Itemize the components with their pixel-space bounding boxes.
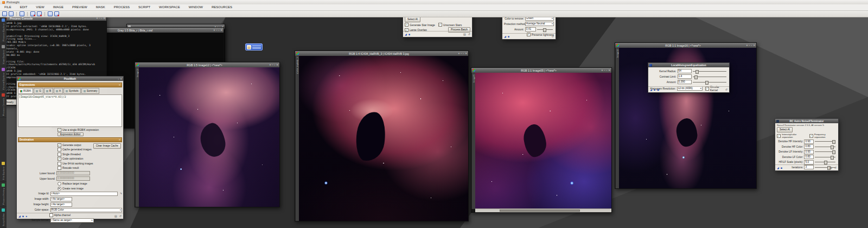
minimize-icon[interactable]: ‒: [749, 43, 750, 48]
image-canvas[interactable]: [139, 67, 279, 207]
reset-icon[interactable]: ↺: [468, 33, 470, 36]
denoise-lf-color-slider[interactable]: [815, 156, 835, 159]
new-instance-icon[interactable]: ◢: [504, 35, 506, 38]
clear-image-cache-button[interactable]: Clear Image Cache: [93, 143, 121, 149]
menu-item-workspace[interactable]: WORKSPACE: [155, 4, 184, 10]
slider-thumb[interactable]: [695, 70, 699, 74]
single-expression-option[interactable]: Use a single RGB/K expression: [58, 128, 122, 132]
expression-editor-input[interactable]: (Image16+Image05_stars*0.03)/2: [18, 94, 122, 127]
menu-item-window[interactable]: WINDOW: [184, 4, 207, 10]
checkbox-icon[interactable]: [58, 157, 61, 161]
iconized-image-chip[interactable]: [245, 43, 263, 50]
apply-global-icon[interactable]: ●: [25, 214, 27, 218]
code-optimization-option[interactable]: Code optimization: [58, 157, 122, 161]
checkbox-icon[interactable]: [809, 134, 813, 138]
slider-thumb[interactable]: [832, 150, 835, 154]
create-new-image-option[interactable]: Create new image: [58, 187, 122, 191]
slider-thumb[interactable]: [543, 28, 546, 32]
tab-summary[interactable]: Summary: [81, 88, 100, 94]
maximize-icon[interactable]: ▫: [219, 28, 220, 33]
protection-method-select[interactable]: Average Neutral: [525, 22, 554, 26]
menu-item-edit[interactable]: EDIT: [16, 4, 32, 10]
tab-g[interactable]: G: [34, 88, 43, 94]
reset-icon[interactable]: ↺: [552, 35, 554, 38]
reset-icon[interactable]: ↺: [119, 214, 122, 218]
minimize-icon[interactable]: ‒: [272, 62, 273, 67]
reset-icon[interactable]: ↺: [725, 88, 727, 91]
close-icon[interactable]: ✕: [220, 28, 222, 33]
browse-documentation-icon[interactable]: ▤: [463, 33, 466, 36]
close-icon[interactable]: ✕: [276, 62, 278, 67]
tab-symbols[interactable]: Symbols: [63, 88, 81, 94]
browse-documentation-icon[interactable]: ▤: [829, 166, 832, 169]
contrast-limit-input[interactable]: 1.4: [678, 74, 692, 79]
minimize-icon[interactable]: ‒: [604, 68, 605, 73]
history-icon[interactable]: [54, 11, 59, 16]
denoise-hf-intensity-slider[interactable]: [815, 140, 835, 143]
slider-thumb[interactable]: [831, 145, 834, 149]
checkbox-icon[interactable]: [58, 148, 61, 151]
radio-icon[interactable]: [58, 187, 61, 191]
maximize-icon[interactable]: ▫: [118, 77, 119, 81]
slider-thumb[interactable]: [705, 81, 709, 85]
sidebar-tab-process-history[interactable]: Process History: [0, 182, 7, 207]
section-menu-icon[interactable]: ≡: [119, 84, 120, 86]
select-ai-button[interactable]: Select AI: [777, 127, 793, 132]
checkbox-icon[interactable]: [405, 23, 409, 27]
kernel-radius-slider[interactable]: [693, 70, 726, 73]
dialog-titlebar[interactable]: PixelMath ▫ ✕: [17, 77, 123, 81]
open-image-icon[interactable]: [9, 11, 14, 16]
shade-icon[interactable]: ▾: [602, 68, 603, 73]
tab-a[interactable]: A: [54, 88, 63, 94]
amount-slider[interactable]: [693, 81, 726, 84]
browse-documentation-icon[interactable]: ▤: [114, 214, 117, 218]
menu-item-script[interactable]: SCRIPT: [134, 4, 155, 10]
checkbox-icon[interactable]: [58, 153, 61, 156]
maximize-icon[interactable]: ▫: [463, 51, 464, 56]
hf-lf-scale-input[interactable]: 5.0: [804, 160, 814, 164]
color-space-select[interactable]: RGB Color: [50, 208, 122, 212]
denoise-lf-color-input[interactable]: 0.83: [804, 155, 814, 159]
amount-input[interactable]: 0.390: [678, 80, 692, 84]
image-canvas[interactable]: [299, 56, 468, 221]
tab-rgbk[interactable]: RGB/K: [18, 88, 33, 94]
rescale-result-option[interactable]: Rescale result: [58, 166, 122, 170]
new-image-icon[interactable]: [2, 11, 7, 16]
radio-icon[interactable]: [58, 182, 61, 186]
image-canvas[interactable]: [475, 73, 611, 209]
hf-lf-scale-slider[interactable]: [815, 161, 835, 163]
image-width-input[interactable]: <As target>: [50, 197, 72, 201]
apply-icon[interactable]: ■: [508, 35, 509, 38]
menu-item-process[interactable]: PROCESS: [110, 4, 134, 10]
close-icon[interactable]: ✕: [608, 68, 610, 73]
close-icon[interactable]: ✕: [753, 43, 755, 48]
shade-icon[interactable]: ▾: [746, 43, 748, 48]
destination-section-header[interactable]: Destination ≡: [18, 137, 122, 142]
denoise-hf-color-slider[interactable]: [815, 145, 835, 148]
minimize-icon[interactable]: ‒: [216, 28, 218, 33]
new-instance-icon[interactable]: ◢: [405, 33, 407, 36]
horizontal-scrollbar[interactable]: [475, 208, 611, 212]
section-menu-icon[interactable]: ≡: [119, 138, 120, 141]
tab-b[interactable]: B: [44, 88, 53, 94]
expression-editor-button[interactable]: Expression Editor: [58, 132, 84, 136]
apply-icon[interactable]: ■: [781, 166, 782, 169]
shade-icon[interactable]: ▾: [214, 28, 215, 33]
checkbox-icon[interactable]: [58, 162, 61, 166]
apply-icon[interactable]: ■: [22, 214, 24, 218]
denoise-hf-intensity-input[interactable]: 0.93: [804, 140, 814, 144]
menu-item-view[interactable]: VIEW: [31, 4, 48, 10]
image-height-input[interactable]: <As target>: [50, 202, 72, 207]
minimize-icon[interactable]: ‒: [461, 51, 462, 56]
save-icon[interactable]: [20, 11, 24, 16]
sidebar-tab-script-editor[interactable]: Script Editor: [0, 207, 7, 228]
menu-item-mask[interactable]: MASK: [92, 4, 110, 10]
slider-thumb[interactable]: [832, 140, 835, 144]
slider-thumb[interactable]: [694, 75, 698, 79]
close-icon[interactable]: ✕: [465, 51, 467, 56]
close-icon[interactable]: ✕: [120, 77, 122, 81]
shade-icon[interactable]: ▾: [458, 51, 459, 56]
menu-item-resources[interactable]: RESOURCES: [207, 4, 237, 10]
redo-icon[interactable]: [37, 11, 42, 16]
denoise-lf-intensity-input[interactable]: 0.93: [804, 150, 814, 154]
